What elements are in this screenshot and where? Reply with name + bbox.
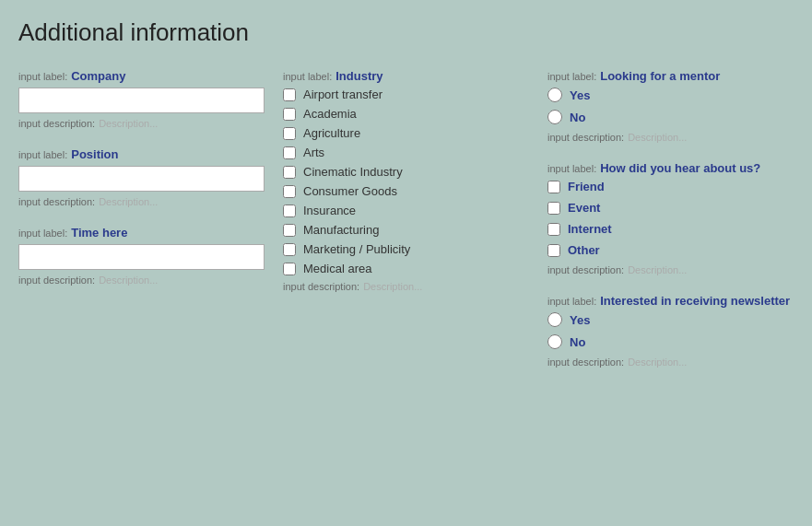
newsletter-yes-label: Yes (570, 313, 590, 327)
industry-checkbox-cinematic[interactable] (283, 166, 296, 179)
position-input[interactable] (18, 166, 265, 192)
industry-item-manufacturing: Manufacturing (283, 223, 529, 237)
industry-label-key: input label: (283, 71, 332, 82)
company-field: input label: Company input description: … (18, 69, 265, 129)
heard-event-label: Event (568, 201, 600, 215)
mentor-yes-item: Yes (547, 88, 794, 102)
newsletter-desc-val: Description... (628, 357, 687, 368)
newsletter-label-key: input label: (547, 296, 596, 307)
newsletter-no-item: No (547, 334, 794, 349)
time-here-label-val: Time here (71, 226, 127, 240)
industry-label-airport: Airport transfer (303, 88, 382, 101)
industry-item-medical: Medical area (283, 262, 529, 275)
industry-label-consumer: Consumer Goods (303, 184, 397, 198)
industry-checkbox-arts[interactable] (283, 146, 296, 159)
mentor-desc-val: Description... (628, 132, 687, 143)
heard-field: input label: How did you hear about us? … (547, 161, 794, 275)
industry-item-arts: Arts (283, 146, 529, 159)
industry-item-insurance: Insurance (283, 204, 529, 217)
mentor-no-item: No (547, 110, 794, 124)
column-2: input label: Industry Airport transfer A… (283, 69, 547, 310)
newsletter-no-label: No (570, 335, 585, 349)
heard-event-item: Event (547, 201, 794, 215)
industry-desc-val: Description... (363, 281, 422, 292)
page-title: Additional information (18, 18, 794, 47)
heard-friend-checkbox[interactable] (547, 181, 560, 193)
industry-checkbox-manufacturing[interactable] (283, 224, 296, 237)
newsletter-field: input label: Interested in receiving new… (547, 294, 794, 368)
company-desc-val: Description... (99, 118, 158, 129)
company-label-key: input label: (18, 71, 67, 82)
heard-internet-item: Internet (547, 222, 794, 236)
heard-event-checkbox[interactable] (547, 202, 560, 215)
newsletter-yes-item: Yes (547, 312, 794, 327)
heard-internet-label: Internet (568, 222, 612, 236)
mentor-field: input label: Looking for a mentor Yes No… (547, 69, 794, 143)
position-label-key: input label: (18, 149, 67, 160)
industry-checkbox-medical[interactable] (283, 263, 296, 275)
industry-checkbox-consumer[interactable] (283, 185, 296, 198)
heard-friend-label: Friend (568, 180, 605, 193)
heard-other-label: Other (568, 243, 600, 257)
newsletter-label-val: Interested in receiving newsletter (600, 294, 790, 308)
mentor-no-label: No (570, 111, 585, 124)
heard-label-key: input label: (547, 163, 596, 174)
industry-label-arts: Arts (303, 146, 324, 159)
industry-checkbox-marketing[interactable] (283, 243, 296, 256)
industry-label-agriculture: Agriculture (303, 126, 360, 140)
heard-label-val: How did you hear about us? (600, 161, 760, 175)
industry-label-medical: Medical area (303, 262, 371, 275)
industry-field: input label: Industry Airport transfer A… (283, 69, 529, 292)
industry-checkbox-academia[interactable] (283, 108, 296, 121)
industry-item-marketing: Marketing / Publicity (283, 242, 529, 256)
industry-label-marketing: Marketing / Publicity (303, 242, 410, 256)
industry-checkbox-agriculture[interactable] (283, 127, 296, 140)
industry-item-academia: Academia (283, 107, 529, 121)
heard-internet-checkbox[interactable] (547, 223, 560, 236)
mentor-label-val: Looking for a mentor (600, 69, 720, 83)
mentor-desc-key: input description: (547, 132, 624, 143)
industry-checkbox-airport[interactable] (283, 88, 296, 101)
industry-label-insurance: Insurance (303, 204, 356, 217)
position-desc-key: input description: (18, 196, 95, 207)
industry-checkboxes: Airport transfer Academia Agriculture Ar… (283, 88, 529, 275)
industry-item-airport: Airport transfer (283, 88, 529, 101)
industry-item-consumer: Consumer Goods (283, 184, 529, 198)
time-here-input[interactable] (18, 244, 265, 270)
heard-other-item: Other (547, 243, 794, 257)
heard-friend-item: Friend (547, 180, 794, 193)
newsletter-no-radio[interactable] (547, 334, 562, 349)
heard-other-checkbox[interactable] (547, 244, 560, 257)
time-here-desc-val: Description... (99, 275, 158, 286)
industry-item-agriculture: Agriculture (283, 126, 529, 140)
mentor-yes-radio[interactable] (547, 88, 562, 102)
column-3: input label: Looking for a mentor Yes No… (547, 69, 794, 386)
mentor-no-radio[interactable] (547, 110, 562, 124)
time-here-field: input label: Time here input description… (18, 226, 265, 286)
industry-label-manufacturing: Manufacturing (303, 223, 379, 237)
industry-item-cinematic: Cinematic Industry (283, 165, 529, 179)
industry-label-academia: Academia (303, 107, 357, 121)
time-here-label-key: input label: (18, 228, 67, 239)
company-desc-key: input description: (18, 118, 95, 129)
industry-label-cinematic: Cinematic Industry (303, 165, 403, 179)
heard-desc-val: Description... (628, 264, 687, 275)
newsletter-yes-radio[interactable] (547, 312, 562, 327)
heard-desc-key: input description: (547, 264, 624, 275)
mentor-label-key: input label: (547, 71, 596, 82)
company-input[interactable] (18, 88, 265, 113)
position-field: input label: Position input description:… (18, 147, 265, 207)
newsletter-desc-key: input description: (547, 357, 624, 368)
column-1: input label: Company input description: … (18, 69, 283, 304)
company-label-val: Company (71, 69, 125, 83)
position-desc-val: Description... (99, 196, 158, 207)
industry-desc-key: input description: (283, 281, 359, 292)
industry-label-val: Industry (335, 69, 382, 83)
industry-checkbox-insurance[interactable] (283, 205, 296, 217)
time-here-desc-key: input description: (18, 275, 95, 286)
position-label-val: Position (71, 147, 118, 161)
mentor-yes-label: Yes (570, 88, 590, 102)
